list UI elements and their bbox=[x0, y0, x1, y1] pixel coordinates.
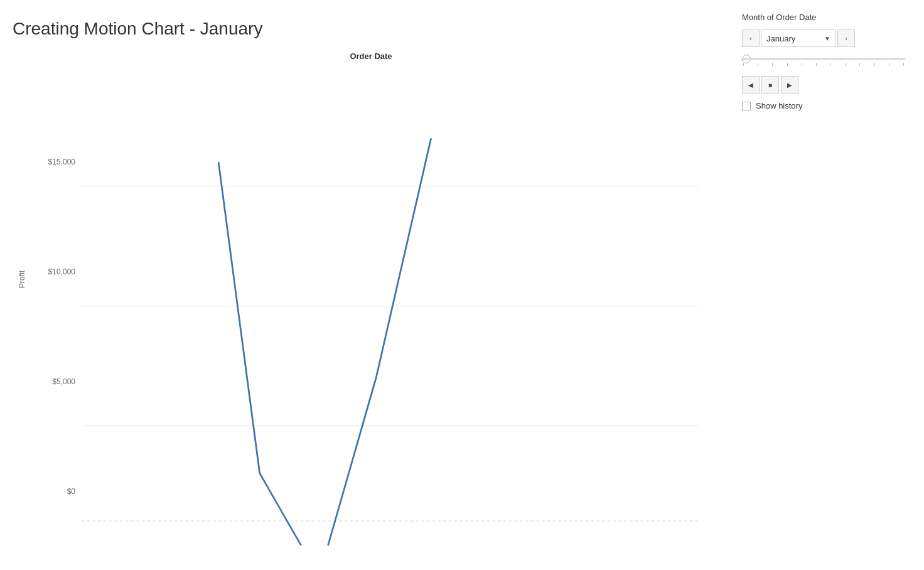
tick-12 bbox=[903, 63, 904, 66]
y-tick-5000: $5,000 bbox=[52, 377, 75, 386]
show-history-row: Show history bbox=[742, 101, 905, 110]
x-axis-label: Order Date bbox=[31, 51, 711, 61]
y-axis-ticks: $15,000 $10,000 $5,000 $0 bbox=[38, 67, 75, 545]
tick-8 bbox=[845, 63, 846, 66]
prev-frame-button[interactable]: ◀ bbox=[742, 76, 760, 94]
prev-month-button[interactable]: ‹ bbox=[742, 30, 760, 47]
main-container: Creating Motion Chart - January Profit O… bbox=[0, 0, 924, 570]
stop-button[interactable]: ■ bbox=[761, 76, 779, 94]
y-tick-10000: $10,000 bbox=[48, 267, 75, 276]
chart-inner: Order Date bbox=[31, 51, 711, 545]
month-dropdown[interactable]: January ▼ bbox=[761, 30, 836, 47]
tick-5 bbox=[802, 63, 802, 66]
tick-4 bbox=[787, 63, 788, 66]
tick-9 bbox=[859, 63, 860, 66]
slider-container bbox=[742, 55, 905, 68]
chart-svg bbox=[82, 67, 698, 545]
tick-10 bbox=[874, 63, 875, 66]
tick-7 bbox=[830, 63, 831, 66]
chart-wrapper: Profit Order Date bbox=[13, 51, 711, 545]
right-panel: Month of Order Date ‹ January ▼ › bbox=[723, 0, 924, 570]
slider-track[interactable] bbox=[742, 57, 905, 61]
show-history-label: Show history bbox=[756, 101, 802, 110]
tick-3 bbox=[772, 63, 773, 66]
slider-ticks bbox=[742, 63, 905, 66]
tick-11 bbox=[889, 63, 889, 66]
show-history-checkbox[interactable] bbox=[742, 102, 751, 110]
month-value: January bbox=[766, 34, 795, 43]
tick-1 bbox=[743, 63, 744, 66]
chart-title: Creating Motion Chart - January bbox=[13, 19, 711, 39]
next-month-button[interactable]: › bbox=[837, 30, 855, 47]
playback-controls: ◀ ■ ▶ bbox=[742, 76, 905, 94]
y-axis-label: Profit bbox=[13, 51, 31, 507]
slider-line bbox=[742, 58, 905, 60]
dropdown-arrow-icon: ▼ bbox=[824, 35, 830, 42]
panel-label: Month of Order Date bbox=[742, 13, 905, 22]
chart-area: Creating Motion Chart - January Profit O… bbox=[0, 0, 723, 570]
tick-2 bbox=[758, 63, 758, 66]
y-tick-0: $0 bbox=[67, 487, 75, 496]
next-frame-button[interactable]: ▶ bbox=[781, 76, 798, 94]
chart-plot: $15,000 $10,000 $5,000 $0 bbox=[82, 67, 698, 545]
y-tick-15000: $15,000 bbox=[48, 158, 75, 166]
tick-6 bbox=[816, 63, 817, 66]
month-selector: ‹ January ▼ › bbox=[742, 30, 905, 47]
